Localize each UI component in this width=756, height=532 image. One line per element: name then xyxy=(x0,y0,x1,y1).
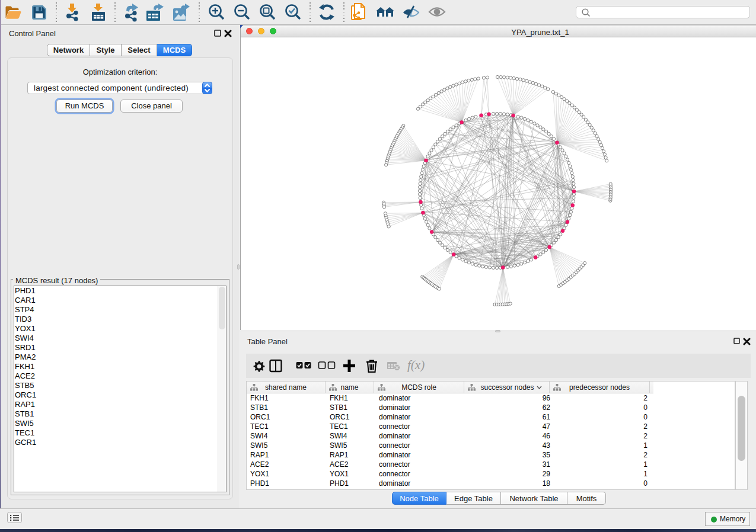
svg-text:f(x): f(x) xyxy=(407,358,425,372)
